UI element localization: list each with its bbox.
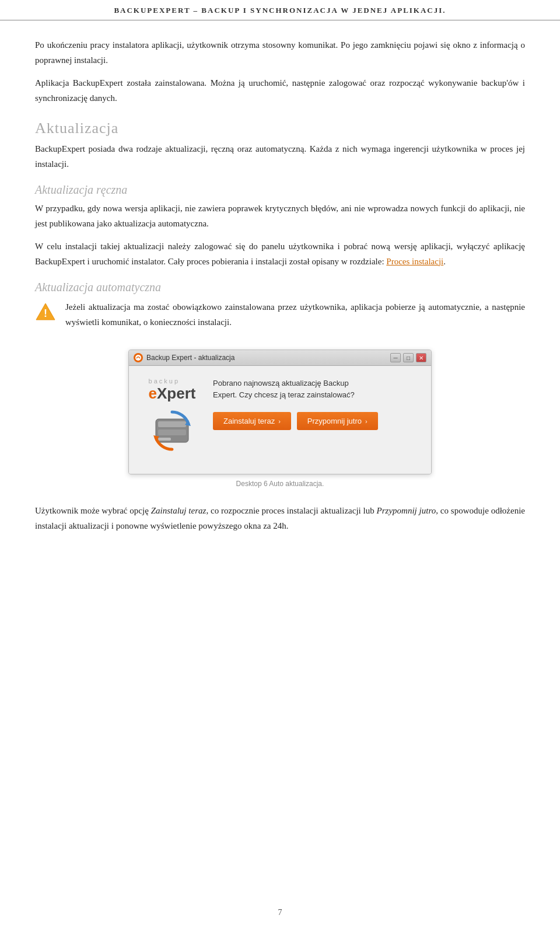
page-footer: 7: [0, 908, 560, 917]
logo-expert-text: eXpert: [149, 385, 196, 403]
svg-rect-6: [158, 438, 171, 441]
window-controls: ─ □ ✕: [390, 353, 426, 362]
install-now-button[interactable]: Zainstaluj teraz ›: [213, 412, 291, 430]
section-automatyczna-heading: Aktualizacja automatyczna: [35, 281, 525, 294]
svg-point-2: [135, 355, 141, 361]
intro-para-2: Aplikacja BackupExpert została zainstalo…: [35, 76, 525, 106]
warning-box: ! Jeżeli aktualizacja ma zostać obowiązk…: [35, 300, 525, 338]
logo-xpert-text: Xpert: [157, 385, 195, 402]
final-para-italic-1: Zainstaluj teraz: [151, 506, 206, 515]
page-header: BackupExpert – backup i synchronizacja w…: [0, 0, 560, 20]
svg-rect-5: [158, 429, 186, 435]
reczna-para-2: W celu instalacji takiej aktualizacji na…: [35, 239, 525, 269]
update-text-line2: Expert. Czy chcesz ją teraz zainstalować…: [213, 390, 355, 399]
logo-e-letter: e: [149, 385, 157, 402]
maximize-button[interactable]: □: [403, 353, 414, 362]
update-text-line1: Pobrano najnowszą aktualizację Backup: [213, 379, 349, 387]
section-aktualizacja-heading: Aktualizacja: [35, 120, 525, 137]
section-reczna-heading: Aktualizacja ręczna: [35, 183, 525, 197]
update-message: Pobrano najnowszą aktualizację Backup Ex…: [213, 378, 417, 400]
final-para-middle-1: , co rozpocznie proces instalacji aktual…: [206, 506, 376, 515]
final-para-text-before: Użytkownik może wybrać opcję: [35, 506, 151, 515]
reczna-para-2-text-before: W celu instalacji takiej aktualizacji na…: [35, 242, 525, 266]
backup-sync-icon: [143, 407, 201, 460]
aktualizacja-para-1: BackupExpert posiada dwa rodzaje aktuali…: [35, 142, 525, 172]
warning-icon: !: [35, 301, 56, 322]
reczna-para-1: W przypadku, gdy nowa wersja aplikacji, …: [35, 201, 525, 231]
titlebar-left: Backup Expert - aktualizacja: [134, 353, 235, 362]
screenshot-caption: Desktop 6 Auto aktualizacja.: [236, 478, 324, 490]
remind-tomorrow-label: Przypomnij jutro: [307, 417, 362, 425]
close-button[interactable]: ✕: [416, 353, 426, 362]
remind-tomorrow-button[interactable]: Przypomnij jutro ›: [297, 412, 378, 430]
remind-arrow-icon: ›: [365, 418, 368, 425]
svg-rect-4: [158, 421, 186, 427]
logo-area: backup eXpert: [143, 378, 201, 460]
window-app-icon: [134, 353, 143, 362]
minimize-button[interactable]: ─: [390, 353, 401, 362]
window-title: Backup Expert - aktualizacja: [146, 354, 235, 362]
screenshot-container: Backup Expert - aktualizacja ─ □ ✕ backu…: [35, 350, 525, 498]
final-para: Użytkownik może wybrać opcję Zainstaluj …: [35, 504, 525, 533]
app-window: Backup Expert - aktualizacja ─ □ ✕ backu…: [128, 350, 432, 474]
install-now-label: Zainstaluj teraz: [223, 417, 275, 425]
page-number: 7: [278, 908, 282, 917]
window-content-area: Pobrano najnowszą aktualizację Backup Ex…: [213, 378, 417, 430]
window-titlebar: Backup Expert - aktualizacja ─ □ ✕: [129, 350, 431, 366]
window-action-buttons: Zainstaluj teraz › Przypomnij jutro ›: [213, 412, 417, 430]
warning-text: Jeżeli aktualizacja ma zostać obowiązkow…: [65, 300, 525, 330]
install-arrow-icon: ›: [278, 418, 281, 425]
reczna-para-2-text-after: .: [443, 257, 446, 266]
svg-text:!: !: [44, 308, 47, 319]
proces-instalacji-link[interactable]: Proces instalacji: [386, 257, 443, 266]
header-title: BackupExpert – backup i synchronizacja w…: [114, 6, 446, 15]
intro-para-1: Po ukończeniu pracy instalatora aplikacj…: [35, 38, 525, 68]
window-body: backup eXpert: [129, 366, 431, 474]
final-para-italic-2: Przypomnij jutro: [377, 506, 436, 515]
logo-backup-text: backup: [149, 378, 180, 385]
main-content: Po ukończeniu pracy instalatora aplikacj…: [0, 20, 560, 565]
